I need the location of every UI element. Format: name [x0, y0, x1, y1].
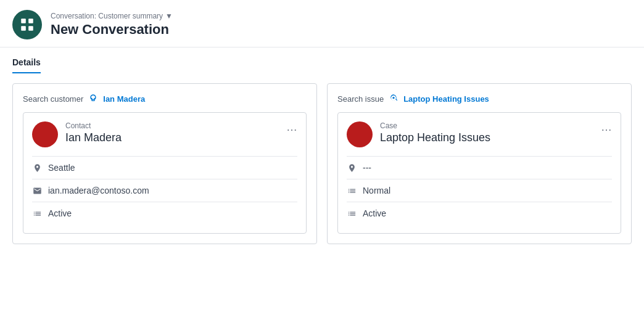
location-icon: [32, 163, 42, 173]
chevron-down-icon[interactable]: ▼: [165, 12, 173, 20]
svg-rect-2: [21, 26, 26, 31]
customer-card-name: Ian Madera: [65, 131, 279, 144]
issue-priority-field: Normal: [347, 179, 612, 202]
issue-id-field: ---: [347, 156, 612, 179]
svg-rect-3: [28, 26, 33, 31]
svg-rect-1: [28, 18, 33, 23]
svg-point-4: [392, 97, 394, 99]
header-subtitle: Conversation: Customer summary ▼: [51, 12, 173, 20]
tab-details[interactable]: Details: [12, 57, 41, 73]
issue-status-value: Active: [363, 208, 386, 218]
issue-card-header: Case Laptop Heating Issues …: [347, 121, 612, 147]
customer-card-type: Contact: [65, 121, 279, 130]
customer-status-value: Active: [48, 208, 72, 218]
status-icon: [32, 208, 42, 218]
issue-priority-value: Normal: [363, 186, 390, 195]
issue-status-icon: [347, 208, 357, 218]
issue-search-label: Search issue: [337, 94, 384, 104]
issue-card-menu[interactable]: …: [601, 121, 612, 133]
issue-card: Case Laptop Heating Issues … ---: [337, 112, 621, 234]
page-title: New Conversation: [51, 22, 173, 38]
contact-search-icon: [88, 94, 98, 104]
issue-search-value[interactable]: Laptop Heating Issues: [403, 94, 489, 104]
header-text: Conversation: Customer summary ▼ New Con…: [51, 12, 173, 38]
customer-search-label: Search customer: [23, 94, 83, 104]
customer-card-header: Contact Ian Madera …: [32, 121, 297, 147]
issue-search-row: Search issue Laptop Heating Issues: [337, 94, 621, 104]
subtitle-text: Conversation: Customer summary: [51, 12, 163, 20]
priority-icon: [347, 186, 357, 195]
customer-card-info: Contact Ian Madera: [65, 121, 279, 144]
issue-search-icon: [389, 94, 398, 104]
customer-card: Contact Ian Madera … Seattle: [23, 112, 307, 234]
issue-panel: Search issue Laptop Heating Issues Case …: [327, 83, 632, 244]
customer-search-value[interactable]: Ian Madera: [103, 94, 145, 104]
customer-email-field: ian.madera@contoso.com: [32, 179, 297, 202]
issue-id-value: ---: [363, 163, 371, 173]
issue-card-type: Case: [380, 121, 593, 130]
case-id-icon: [347, 163, 357, 173]
customer-panel: Search customer Ian Madera Contact Ian M…: [12, 83, 317, 244]
issue-avatar: [347, 121, 373, 147]
customer-location-value: Seattle: [48, 163, 75, 173]
issue-card-name: Laptop Heating Issues: [380, 131, 593, 144]
issue-card-info: Case Laptop Heating Issues: [380, 121, 593, 144]
app-icon: [12, 10, 42, 39]
email-icon: [32, 186, 42, 195]
customer-email-value: ian.madera@contoso.com: [48, 186, 149, 195]
customer-search-row: Search customer Ian Madera: [23, 94, 307, 104]
customer-avatar: [32, 121, 58, 147]
issue-status-field: Active: [347, 202, 612, 224]
header: Conversation: Customer summary ▼ New Con…: [0, 0, 644, 47]
svg-rect-0: [21, 18, 26, 23]
main-content: Search customer Ian Madera Contact Ian M…: [0, 73, 644, 254]
customer-status-field: Active: [32, 202, 297, 224]
tabs-section: Details: [0, 47, 644, 73]
customer-location-field: Seattle: [32, 156, 297, 179]
customer-card-menu[interactable]: …: [286, 121, 297, 133]
